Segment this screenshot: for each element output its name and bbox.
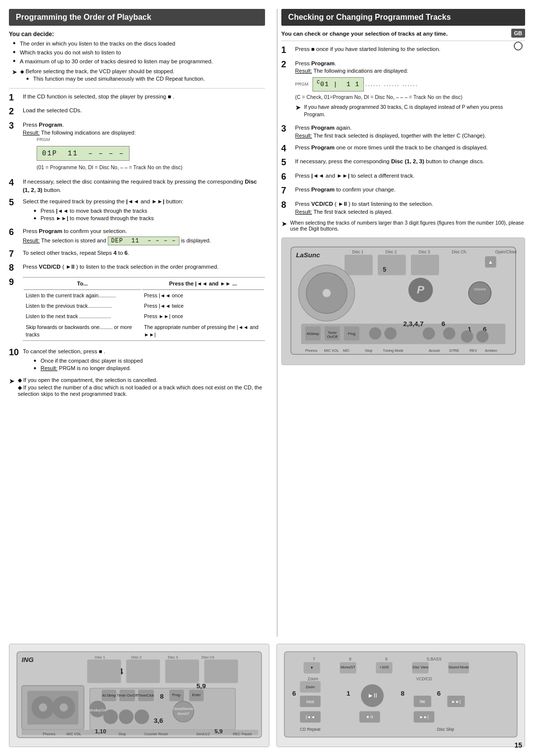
- svg-text:TimerClok: TimerClok: [138, 693, 155, 698]
- sub-5-2: Press ►►| to move forward through the tr…: [34, 215, 265, 222]
- svg-text:On/Off: On/Off: [327, 334, 338, 339]
- step-8-content: Press VCD/CD ( ►II ) to listen to the tr…: [23, 263, 265, 271]
- svg-text:Prog-: Prog-: [172, 693, 181, 697]
- divider-right: [281, 41, 525, 41]
- table-row: Listen to the previous track............…: [24, 301, 264, 311]
- svg-text:5,9: 5,9: [196, 682, 206, 690]
- svg-point-32: [423, 327, 435, 339]
- svg-text:GTRE: GTRE: [449, 348, 459, 353]
- gb-badge: GB: [511, 29, 526, 38]
- step-num-6: 6: [9, 227, 23, 238]
- lcd-label-left: PRGM: [37, 137, 265, 143]
- svg-text:►►|: ►►|: [419, 714, 429, 719]
- r-step-num-5: 5: [281, 157, 295, 168]
- arrow-icon-2: ➤: [9, 377, 15, 385]
- lcd-display-left: 01P 11 – – – –: [37, 146, 130, 161]
- bottom-row: lNG Disc 1 Disc 2 Disc 3 Disc Ch 4: [9, 644, 525, 747]
- svg-text:Donut/Dimmer: Donut/Dimmer: [174, 707, 194, 710]
- list-item: Which tracks you do not wish to listen t…: [13, 48, 265, 56]
- svg-point-61: [39, 703, 47, 711]
- svg-rect-86: [22, 730, 259, 735]
- r-step-num-1: 1: [281, 45, 295, 56]
- svg-text:▲: ▲: [488, 259, 493, 265]
- step-5-content: Select the required track by pressing th…: [23, 197, 265, 223]
- svg-text:Deck1/2: Deck1/2: [196, 731, 210, 736]
- r-step-4: 4 Press Program one or more times until …: [281, 143, 525, 154]
- svg-text:MIC VOL: MIC VOL: [66, 731, 81, 736]
- svg-text:►►|: ►►|: [451, 699, 461, 704]
- list-item: A maximum of up to 30 order of tracks de…: [13, 57, 265, 65]
- svg-text:AtSleep: AtSleep: [307, 331, 319, 336]
- table-row: Listen to the next track ...............…: [24, 312, 264, 321]
- svg-text:ious: ious: [307, 699, 314, 704]
- r-step-8: 8 Press VCD/CD ( ►II ) to start listenin…: [281, 200, 525, 216]
- left-device-box: lNG Disc 1 Disc 2 Disc 3 Disc Ch 4: [9, 644, 269, 747]
- divider: [9, 88, 265, 89]
- step-7: 7 To select other tracks, repeat Steps 4…: [9, 249, 265, 260]
- svg-text:3,6: 3,6: [154, 717, 163, 724]
- step-4: 4 If necessary, select the disc containi…: [9, 178, 265, 194]
- r-step-7: 7 Press Program to confirm your change.: [281, 186, 525, 196]
- step-num-4: 4: [9, 178, 23, 189]
- step-6-content: Press Program to confirm your selection.…: [23, 227, 265, 245]
- step-3: 3 Press Press Program.Program. Result: T…: [9, 121, 265, 174]
- step-8: 8 Press VCD/CD ( ►II ) to listen to the …: [9, 263, 265, 274]
- r-step-num-6: 6: [281, 172, 295, 183]
- col-press: Press the |◄◄ and ►► ...: [142, 279, 264, 290]
- svg-point-29: [384, 327, 397, 339]
- svg-text:LaSunc: LaSunc: [296, 251, 320, 259]
- r-step-2: 2 Press Program. Result: The following i…: [281, 59, 525, 120]
- svg-text:Enter: Enter: [192, 693, 201, 697]
- left-device-svg: lNG Disc 1 Disc 2 Disc 3 Disc Ch 4: [14, 649, 264, 740]
- step-3-content: Press Press Program.Program. Result: The…: [23, 121, 265, 174]
- step-num-10: 10: [9, 347, 23, 358]
- svg-text:Mono/ST: Mono/ST: [341, 665, 356, 669]
- svg-text:CD Repeat: CD Repeat: [300, 727, 321, 732]
- r-step-2-content: Press Program. Result: The following ind…: [295, 59, 525, 120]
- svg-text:VCD/CD: VCD/CD: [416, 676, 432, 681]
- r-note-1: ➤ If you have already programmed 30 trac…: [295, 103, 525, 118]
- svg-rect-57: [204, 660, 238, 683]
- r-step-3: 3 Press Program again. Result: The first…: [281, 124, 525, 140]
- svg-text:5: 5: [383, 266, 386, 273]
- svg-rect-54: [87, 660, 121, 683]
- svg-point-37: [476, 330, 489, 342]
- svg-text:MIC VOL: MIC VOL: [324, 348, 339, 353]
- r-step-num-3: 3: [281, 124, 295, 135]
- step-num-2: 2: [9, 106, 23, 117]
- table-row: Skip forwards or backwards one......... …: [24, 323, 264, 339]
- svg-text:Ne: Ne: [420, 699, 425, 704]
- svg-text:Counter Reset: Counter Reset: [144, 731, 168, 736]
- r-step-num-4: 4: [281, 143, 295, 154]
- side-badges: GB: [511, 29, 526, 50]
- svg-text:►II: ►II: [367, 692, 377, 699]
- r-step-num-7: 7: [281, 186, 295, 196]
- step-num-9: 9: [9, 277, 23, 288]
- svg-text:Timer On/Off: Timer On/Off: [117, 693, 138, 698]
- r-step-4-content: Press Program one or more times until th…: [295, 143, 525, 152]
- svg-rect-9: [411, 254, 439, 275]
- svg-point-28: [369, 327, 381, 339]
- sub-note: This function may be used simultaneously…: [26, 75, 205, 83]
- r-step-1: 1 Press ■ once if you have started liste…: [281, 45, 525, 56]
- svg-text:Stop: Stop: [365, 348, 372, 353]
- you-can-decide-label: You can decide:: [9, 31, 265, 38]
- svg-text:Ambien: Ambien: [485, 348, 497, 353]
- svg-text:Disc 3: Disc 3: [418, 249, 430, 254]
- r-step-num-2: 2: [281, 59, 295, 70]
- r-step-8-content: Press VCD/CD ( ►II ) to start listening …: [295, 200, 525, 216]
- svg-text:Acoust: Acoust: [429, 348, 440, 353]
- left-section-title: Programming the Order of Playback: [9, 9, 265, 26]
- svg-text:At Sleep: At Sleep: [102, 693, 116, 698]
- svg-point-81: [119, 709, 133, 724]
- svg-text:Zoom: Zoom: [308, 676, 318, 681]
- right-intro: You can check or change your selection o…: [281, 31, 525, 37]
- r-arrow-icon-2: ➤: [281, 220, 287, 228]
- note-arrow-item: ➤ ◆ Before selecting the track, the VCD …: [12, 68, 265, 84]
- step-num-5: 5: [9, 197, 23, 208]
- svg-point-82: [134, 709, 149, 724]
- svg-text:S.BASS: S.BASS: [427, 657, 442, 662]
- svg-text:Disc 2: Disc 2: [132, 655, 141, 660]
- circle-badge: [514, 42, 523, 50]
- svg-text:Disc Ch: Disc Ch: [202, 655, 215, 660]
